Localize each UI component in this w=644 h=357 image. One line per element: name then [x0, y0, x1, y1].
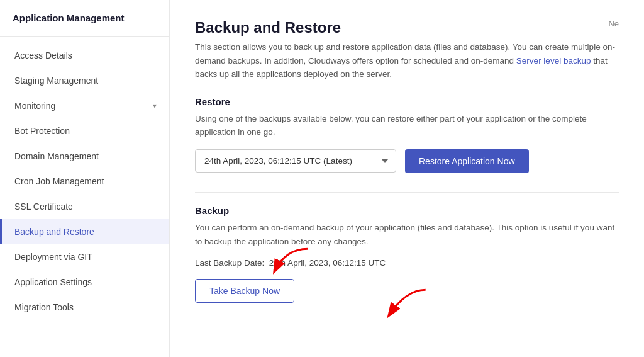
sidebar-item-label: Staging Management — [14, 76, 98, 86]
backup-section-description: You can perform an on-demand backup of y… — [195, 221, 619, 248]
sidebar-item-label: Migration Tools — [14, 302, 74, 312]
restore-application-button[interactable]: Restore Application Now — [405, 149, 529, 173]
sidebar-item-ssl-certificate[interactable]: SSL Certificate — [0, 194, 169, 219]
sidebar-item-label: Bot Protection — [14, 126, 70, 136]
sidebar-item-application-settings[interactable]: Application Settings — [0, 269, 169, 295]
sidebar-item-label: Domain Management — [14, 151, 99, 161]
sidebar-item-domain-management[interactable]: Domain Management — [0, 144, 169, 169]
sidebar-item-label: Deployment via GIT — [14, 252, 92, 262]
sidebar-item-deployment-via-git[interactable]: Deployment via GIT — [0, 244, 169, 269]
sidebar-item-bot-protection[interactable]: Bot Protection — [0, 118, 169, 144]
main-content: Backup and Restore Ne This section allow… — [170, 0, 644, 357]
sidebar-title: Application Management — [0, 13, 169, 37]
sidebar-item-label: SSL Certificate — [14, 201, 73, 212]
sidebar-item-label: Backup and Restore — [14, 227, 94, 237]
last-backup-info: Last Backup Date: 24th April, 2023, 06:1… — [195, 258, 619, 268]
sidebar-item-staging-management[interactable]: Staging Management — [0, 68, 169, 93]
restore-section-description: Using one of the backups available below… — [195, 112, 619, 139]
sidebar-item-backup-and-restore[interactable]: Backup and Restore — [0, 219, 169, 244]
sidebar-item-access-details[interactable]: Access Details — [0, 43, 169, 68]
main-header: Backup and Restore Ne — [195, 19, 619, 37]
take-backup-button[interactable]: Take Backup Now — [195, 279, 294, 303]
page-title: Backup and Restore — [195, 19, 341, 37]
backup-section: Backup You can perform an on-demand back… — [195, 205, 619, 303]
sidebar-nav: Access DetailsStaging ManagementMonitori… — [0, 43, 169, 320]
chevron-down-icon: ▾ — [153, 101, 157, 110]
restore-section-title: Restore — [195, 96, 619, 107]
restore-section: Restore Using one of the backups availab… — [195, 96, 619, 173]
server-level-backup-link[interactable]: Server level backup — [516, 56, 591, 65]
section-divider — [195, 192, 619, 193]
page-description: This section allows you to back up and r… — [195, 40, 619, 81]
sidebar-item-label: Application Settings — [14, 277, 92, 287]
sidebar-item-cron-job-management[interactable]: Cron Job Management — [0, 169, 169, 194]
sidebar: Application Management Access DetailsSta… — [0, 0, 170, 357]
sidebar-item-label: Cron Job Management — [14, 176, 104, 186]
top-right-label: Ne — [608, 19, 619, 28]
last-backup-value: 24th April, 2023, 06:12:15 UTC — [269, 258, 386, 268]
sidebar-item-migration-tools[interactable]: Migration Tools — [0, 295, 169, 320]
sidebar-item-monitoring[interactable]: Monitoring▾ — [0, 93, 169, 118]
backup-section-title: Backup — [195, 205, 619, 216]
sidebar-item-label: Access Details — [14, 50, 72, 60]
sidebar-item-label: Monitoring — [14, 101, 55, 111]
restore-row: 24th April, 2023, 06:12:15 UTC (Latest) … — [195, 149, 619, 173]
backup-select[interactable]: 24th April, 2023, 06:12:15 UTC (Latest) — [195, 149, 396, 173]
